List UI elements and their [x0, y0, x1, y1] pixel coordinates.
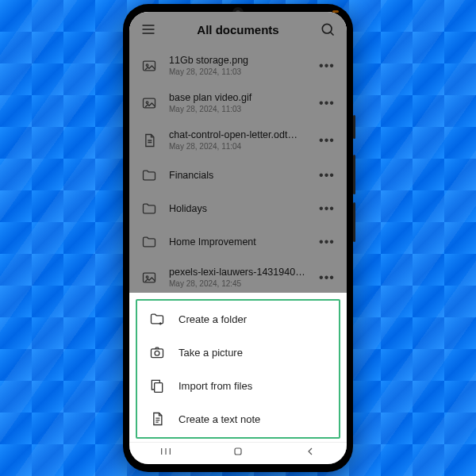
power-button — [353, 115, 355, 139]
folder-plus-icon — [148, 310, 166, 328]
camera-icon — [148, 344, 166, 361]
action-label: Create a text note — [178, 413, 260, 425]
screen: All documents 11Gb storage.pngMay 28, 20… — [129, 12, 347, 464]
action-folder-plus[interactable]: Create a folder — [137, 302, 339, 336]
action-label: Import from files — [178, 380, 252, 392]
system-nav-bar — [129, 442, 347, 463]
action-note[interactable]: Create a text note — [137, 402, 339, 436]
svg-point-17 — [155, 351, 159, 355]
phone-frame: All documents 11Gb storage.pngMay 28, 20… — [123, 4, 353, 472]
action-sheet: Create a folderTake a pictureImport from… — [129, 293, 347, 464]
svg-rect-18 — [155, 383, 163, 393]
volume-up-button — [353, 155, 355, 194]
copy-icon — [148, 377, 166, 394]
volume-down-button — [353, 202, 355, 242]
back-nav-icon[interactable] — [304, 445, 317, 461]
svg-rect-25 — [235, 448, 241, 455]
svg-rect-16 — [152, 349, 163, 358]
note-icon — [148, 410, 166, 428]
action-camera[interactable]: Take a picture — [137, 336, 339, 369]
action-copy[interactable]: Import from files — [137, 369, 339, 402]
home-nav-icon[interactable] — [232, 445, 244, 461]
action-label: Take a picture — [178, 347, 243, 359]
recents-nav-icon[interactable] — [159, 445, 172, 461]
action-sheet-highlight: Create a folderTake a pictureImport from… — [136, 299, 340, 439]
action-label: Create a folder — [178, 313, 247, 325]
